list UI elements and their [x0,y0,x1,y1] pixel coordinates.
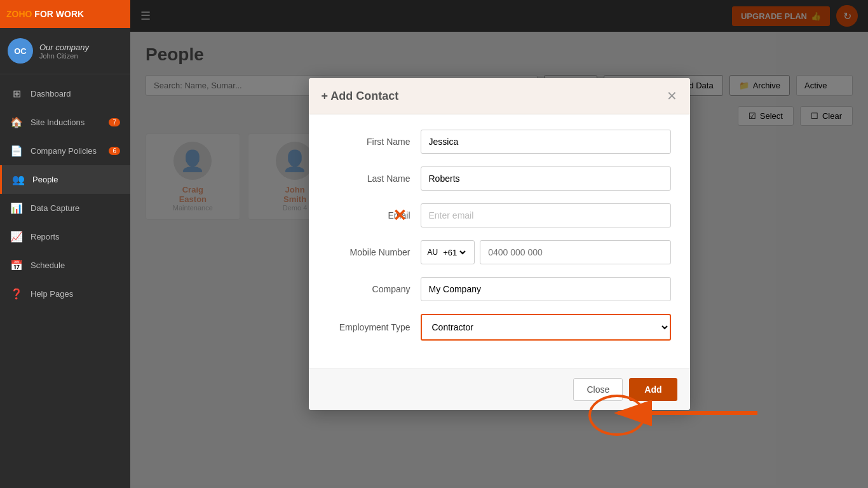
modal-header: + Add Contact ✕ [309,78,690,114]
company-avatar: OC [8,38,33,64]
sidebar-item-schedule[interactable]: 📅 Schedule [0,251,130,280]
company-policies-icon: 📄 [10,145,23,157]
sidebar-item-site-inductions[interactable]: 🏠 Site Inductions 7 [0,108,130,137]
company-group: Company [328,277,671,301]
first-name-group: First Name [328,130,671,154]
sidebar-item-people[interactable]: 👥 People [0,165,130,194]
sidebar-item-label: Data Capture [31,203,79,213]
sidebar-item-label: Dashboard [31,89,71,98]
first-name-label: First Name [328,137,410,147]
employment-type-group: Employment Type Contractor Employee Volu… [328,314,671,341]
phone-group: AU +61 +1 +44 [421,240,671,264]
mobile-input[interactable] [480,240,670,264]
modal-title: + Add Contact [322,90,399,103]
modal-footer: Close Add [309,369,690,410]
reports-icon: 📈 [10,231,23,243]
sidebar-item-company-policies[interactable]: 📄 Company Policies 6 [0,137,130,165]
company-label: Company [328,284,410,294]
last-name-input[interactable] [421,166,671,191]
add-contact-modal: + Add Contact ✕ First Name Last Name Ema… [309,78,690,410]
sidebar-item-label: People [32,175,58,184]
main-content: ☰ UPGRADE PLAN 👍 ↻ People ⬆ Import ⬆ Rec… [130,0,868,488]
email-group: Email ✕ [328,203,671,227]
phone-prefix: AU +61 +1 +44 [421,240,475,264]
mobile-group: Mobile Number AU +61 +1 +44 [328,240,671,264]
sidebar-item-help-pages[interactable]: ❓ Help Pages [0,280,130,308]
site-inductions-badge: 7 [109,118,120,126]
sidebar-item-label: Company Policies [31,146,97,156]
sidebar-item-label: Reports [31,232,60,241]
modal-close-button[interactable]: ✕ [667,88,677,104]
company-input[interactable] [421,277,671,301]
sidebar-item-label: Site Inductions [31,118,85,127]
close-modal-button[interactable]: Close [573,378,623,401]
mobile-label: Mobile Number [328,247,410,257]
sidebar-item-dashboard[interactable]: ⊞ Dashboard [0,79,130,108]
sidebar-item-data-capture[interactable]: 📊 Data Capture [0,194,130,222]
flag-icon: AU [428,248,438,257]
company-policies-badge: 6 [109,147,120,155]
people-icon: 👥 [12,173,25,186]
schedule-icon: 📅 [10,259,23,271]
site-inductions-icon: 🏠 [10,116,23,128]
sidebar-item-label: Schedule [31,261,65,270]
company-user: John Citizen [39,52,89,60]
last-name-label: Last Name [328,173,410,184]
sidebar-item-reports[interactable]: 📈 Reports [0,222,130,251]
company-info: OC Our company John Citizen [0,28,130,74]
add-contact-button[interactable]: Add [629,378,677,401]
company-name: Our company [39,43,89,52]
sidebar-nav: ⊞ Dashboard 🏠 Site Inductions 7 📄 Compan… [0,74,130,488]
data-capture-icon: 📊 [10,202,23,214]
first-name-input[interactable] [421,130,671,154]
last-name-group: Last Name [328,166,671,191]
employment-type-label: Employment Type [328,322,410,332]
help-icon: ❓ [10,288,23,300]
modal-body: First Name Last Name Email ✕ [309,114,690,369]
sidebar: ZOHO FOR WORK OC Our company John Citize… [0,0,130,488]
employment-type-select[interactable]: Contractor Employee Volunteer Other [421,314,671,341]
email-x-icon: ✕ [393,206,407,226]
app-logo: ZOHO FOR WORK [0,0,130,28]
sidebar-item-label: Help Pages [31,289,73,299]
email-input[interactable] [421,203,671,227]
country-code-select[interactable]: +61 +1 +44 [440,247,468,258]
modal-overlay: + Add Contact ✕ First Name Last Name Ema… [130,0,868,488]
logo-text: ZOHO FOR WORK [6,9,84,19]
dashboard-icon: ⊞ [10,88,23,100]
